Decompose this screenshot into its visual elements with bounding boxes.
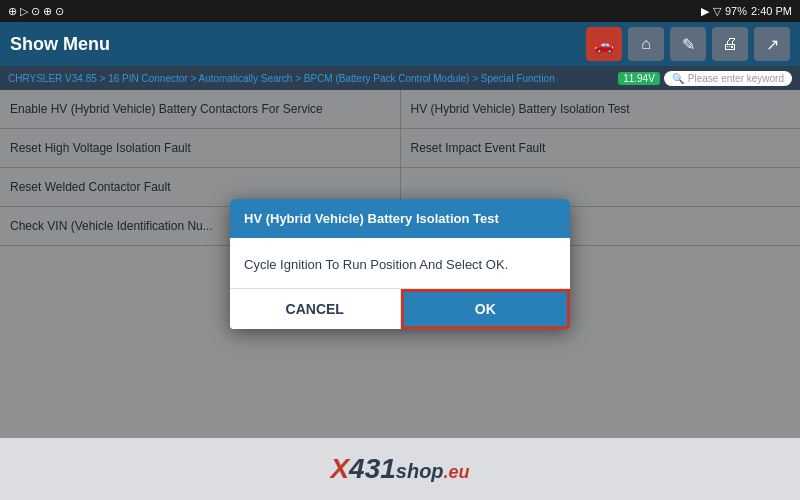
nav-icons: 🚗 ⌂ ✎ 🖨 ↗ [586, 27, 790, 61]
wifi-icon: ▽ [713, 5, 721, 18]
watermark-brand: 431 [349, 453, 396, 484]
dialog-title: HV (Hybrid Vehicle) Battery Isolation Te… [244, 211, 499, 226]
breadcrumb-text: CHRYSLER V34.85 > 16 PIN Connector > Aut… [8, 73, 555, 84]
voltage-badge: 11.94V [618, 72, 660, 85]
search-icon: 🔍 [672, 73, 684, 84]
watermark-shop: shop [396, 460, 444, 482]
home-icon-btn[interactable]: ⌂ [628, 27, 664, 61]
bluetooth-icon: ▶ [701, 5, 709, 18]
nav-title: Show Menu [10, 34, 576, 55]
status-icons: ⊕ ▷ ⊙ ⊕ ⊙ [8, 5, 64, 18]
time-text: 2:40 PM [751, 5, 792, 17]
watermark-area: X431shop.eu [0, 438, 800, 500]
breadcrumb-right: 11.94V 🔍 Please enter keyword [618, 71, 792, 86]
status-bar: ⊕ ▷ ⊙ ⊕ ⊙ ▶ ▽ 97% 2:40 PM [0, 0, 800, 22]
cancel-button[interactable]: CANCEL [230, 289, 401, 329]
breadcrumb-bar: CHRYSLER V34.85 > 16 PIN Connector > Aut… [0, 66, 800, 90]
ok-button[interactable]: OK [401, 289, 571, 329]
status-left: ⊕ ▷ ⊙ ⊕ ⊙ [8, 5, 64, 18]
dialog-message: Cycle Ignition To Run Position And Selec… [244, 257, 508, 272]
watermark-x: X [330, 453, 349, 484]
edit-icon-btn[interactable]: ✎ [670, 27, 706, 61]
dialog-overlay: HV (Hybrid Vehicle) Battery Isolation Te… [0, 90, 800, 438]
search-box[interactable]: 🔍 Please enter keyword [664, 71, 792, 86]
print-icon-btn[interactable]: 🖨 [712, 27, 748, 61]
dialog-header: HV (Hybrid Vehicle) Battery Isolation Te… [230, 199, 570, 238]
watermark: X431shop.eu [330, 453, 469, 485]
dialog-body: Cycle Ignition To Run Position And Selec… [230, 238, 570, 288]
dialog: HV (Hybrid Vehicle) Battery Isolation Te… [230, 199, 570, 329]
dialog-buttons: CANCEL OK [230, 288, 570, 329]
battery-text: 97% [725, 5, 747, 17]
car-icon-btn[interactable]: 🚗 [586, 27, 622, 61]
main-content: Enable HV (Hybrid Vehicle) Battery Conta… [0, 90, 800, 438]
status-right: ▶ ▽ 97% 2:40 PM [701, 5, 792, 18]
search-placeholder: Please enter keyword [688, 73, 784, 84]
nav-bar: Show Menu 🚗 ⌂ ✎ 🖨 ↗ [0, 22, 800, 66]
export-icon-btn[interactable]: ↗ [754, 27, 790, 61]
watermark-domain: .eu [444, 462, 470, 482]
